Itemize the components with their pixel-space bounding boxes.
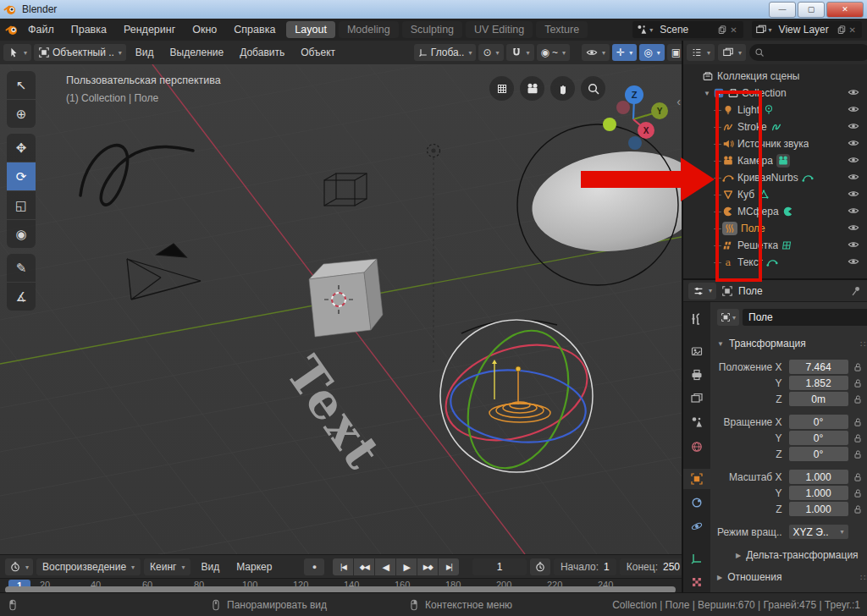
hide-toggle[interactable] (848, 154, 859, 168)
outliner-row-light[interactable]: Light (683, 102, 867, 118)
tab-object[interactable] (683, 469, 710, 489)
hide-toggle[interactable] (848, 205, 859, 219)
location-y-field[interactable]: 1.852 (789, 376, 848, 390)
keying-dropdown[interactable]: Кеинг ▾ (144, 558, 191, 575)
rotation-mode-dropdown[interactable]: XYZ Э.. ▾ (789, 525, 848, 539)
tab-world[interactable] (683, 436, 710, 456)
tab-output[interactable] (683, 365, 710, 385)
rotation-x-field[interactable]: 0° (789, 415, 848, 429)
remove-viewlayer-icon[interactable]: ✕ (847, 25, 859, 35)
unlink-scene-icon[interactable]: ✕ (727, 25, 739, 35)
drag-grip-icon[interactable]: ∷∷ (860, 573, 867, 582)
hide-toggle[interactable] (848, 188, 859, 202)
lock-icon[interactable] (851, 472, 864, 482)
workspace-tab-uvediting[interactable]: UV Editing (466, 21, 533, 38)
location-z-field[interactable]: 0m (789, 392, 848, 406)
timeline-ruler[interactable]: 20 40 60 80 100 120 140 160 180 200 220 … (0, 578, 682, 593)
tab-render[interactable] (683, 341, 710, 361)
drag-grip-icon[interactable]: ∷∷ (860, 339, 867, 349)
prev-keyframe-button[interactable]: ◆◀ (354, 558, 374, 575)
scale-z-field[interactable]: 1.000 (789, 502, 848, 516)
close-button[interactable]: ✕ (826, 2, 864, 18)
outliner-display-mode-dropdown[interactable]: ▾ (718, 44, 746, 61)
next-keyframe-button[interactable]: ▶◆ (417, 558, 438, 575)
menu-file[interactable]: Файл (20, 21, 62, 38)
search-input[interactable] (768, 47, 822, 58)
object-name-field[interactable]: Поле (743, 309, 867, 326)
playback-dropdown[interactable]: Воспроизведение ▾ (36, 558, 141, 575)
relations-panel[interactable]: ▶ Отношения ∷∷ (717, 566, 867, 588)
rotation-y-field[interactable]: 0° (789, 431, 848, 445)
visibility-dropdown[interactable]: ▾ (582, 44, 610, 61)
copy-icon[interactable] (717, 25, 727, 35)
cursor-tool[interactable]: ⊕ (7, 100, 36, 128)
tab-view-layer[interactable] (683, 388, 710, 409)
tab-object-data[interactable] (683, 548, 710, 569)
outliner-row-metaball[interactable]: МСфера (683, 203, 867, 220)
pivot-point-dropdown[interactable]: ⊙ ▾ (478, 44, 503, 61)
scale-x-field[interactable]: 1.000 (789, 470, 848, 484)
play-button[interactable]: ▶ (396, 558, 417, 575)
minimize-button[interactable]: — (769, 2, 796, 18)
rotation-z-field[interactable]: 0° (789, 447, 848, 461)
annotate-tool[interactable]: ✎ (7, 254, 36, 282)
tab-constraints[interactable] (683, 492, 710, 513)
scale-tool[interactable]: ◱ (7, 191, 36, 219)
navigation-gizmo[interactable]: Z Y X (593, 77, 674, 170)
lock-icon[interactable] (851, 417, 864, 427)
menu-add[interactable]: Добавить (233, 47, 291, 58)
show-gizmo-toggle[interactable]: ✛ ▾ (612, 44, 637, 61)
menu-window[interactable]: Окно (185, 21, 224, 38)
menu-render[interactable]: Рендеринг (116, 21, 183, 38)
mode-dropdown[interactable]: Объектный .. ▾ (34, 44, 126, 61)
play-reverse-button[interactable]: ◀ (375, 558, 395, 575)
menu-help[interactable]: Справка (226, 21, 283, 38)
transform-orientation-dropdown[interactable]: Глоба.. ▾ (414, 44, 477, 61)
object-type-dropdown[interactable]: ▾ (717, 309, 739, 326)
workspace-tab-modeling[interactable]: Modeling (339, 21, 399, 38)
outliner-row-speaker[interactable]: Источник звука (683, 135, 867, 152)
lock-icon[interactable] (851, 449, 864, 459)
location-x-field[interactable]: 7.464 (789, 360, 848, 374)
maximize-button[interactable]: ▢ (798, 2, 825, 18)
hide-toggle[interactable] (848, 120, 859, 135)
menu-object[interactable]: Объект (294, 47, 342, 58)
menu-view[interactable]: Вид (129, 47, 161, 58)
timeline-menu-view[interactable]: Вид (194, 561, 226, 573)
hide-toggle[interactable] (848, 222, 859, 236)
timeline-menu-marker[interactable]: Маркер (229, 561, 279, 573)
blender-menu-logo-icon[interactable] (5, 23, 19, 36)
scene-collection-row[interactable]: Коллекция сцены (683, 68, 867, 85)
menu-edit[interactable]: Правка (64, 21, 114, 38)
editor-type-select[interactable]: ▾ (3, 44, 31, 61)
hide-toggle[interactable] (848, 171, 859, 185)
lock-icon[interactable] (851, 488, 864, 498)
active-camera-badge[interactable] (776, 154, 790, 168)
pan-view-button[interactable] (550, 76, 575, 101)
move-tool[interactable]: ✥ (7, 134, 36, 162)
workspace-tab-sculpting[interactable]: Sculpting (402, 21, 462, 38)
hide-toggle[interactable] (848, 103, 859, 118)
timeline-editor-type-select[interactable]: ▾ (5, 558, 33, 575)
outliner-row-stroke[interactable]: Stroke (683, 118, 867, 135)
viewlayer-selector[interactable]: ▾ View Layer ✕ (752, 21, 862, 38)
camera-view-button[interactable] (520, 76, 544, 101)
perspective-toggle-button[interactable] (489, 76, 514, 101)
transform-section-header[interactable]: ▼ Трансформация ∷∷ (717, 338, 867, 349)
tab-texture[interactable] (683, 572, 710, 592)
collection-row[interactable]: ▼ Collection (683, 85, 867, 102)
lock-icon[interactable] (851, 504, 864, 514)
outliner-row-text[interactable]: Текст (683, 254, 867, 271)
pin-icon[interactable] (850, 285, 862, 297)
properties-editor-type-select[interactable]: ▾ (688, 283, 716, 300)
copy-icon[interactable] (837, 25, 847, 35)
tab-scene[interactable] (683, 412, 710, 432)
expand-icon[interactable]: ▼ (704, 90, 710, 97)
preview-range-toggle[interactable] (530, 558, 550, 575)
gizmo-neg-z-ball[interactable] (628, 136, 642, 150)
outliner-editor-type-select[interactable]: ▾ (687, 44, 715, 61)
measure-tool[interactable]: ∡ (7, 283, 36, 311)
snap-toggle[interactable]: ▾ (506, 44, 534, 61)
frame-start-field[interactable]: Начало: 1 (554, 558, 616, 575)
jump-to-end-button[interactable]: ▶| (439, 558, 459, 575)
